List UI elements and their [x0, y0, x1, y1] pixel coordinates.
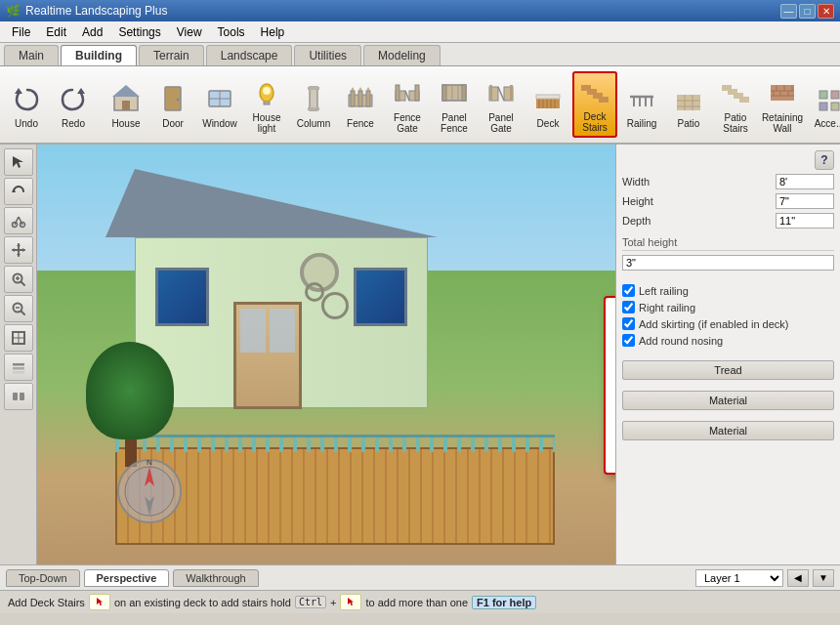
status-text-1: Add Deck Stairs	[8, 597, 85, 608]
svg-marker-82	[17, 243, 21, 246]
depth-input[interactable]	[776, 213, 834, 229]
patio-icon	[671, 81, 706, 116]
svg-rect-96	[13, 363, 24, 366]
settings-tool[interactable]	[4, 383, 33, 410]
pan-tool[interactable]	[4, 236, 33, 264]
menu-view[interactable]: View	[169, 23, 210, 41]
svg-rect-64	[771, 85, 794, 101]
door-pane-left	[240, 309, 266, 353]
viewport[interactable]: N Deck Stairs Add stairs to an existing …	[37, 145, 615, 564]
fence-button[interactable]: Fence	[338, 71, 383, 138]
view-tab-walkthrough[interactable]: Walkthrough	[173, 569, 258, 587]
menu-edit[interactable]: Edit	[38, 23, 74, 41]
window-button[interactable]: Window	[197, 71, 242, 138]
tab-modeling[interactable]: Modeling	[363, 45, 441, 65]
total-height-input[interactable]	[622, 255, 834, 271]
layer-tool[interactable]	[4, 354, 33, 381]
tab-building[interactable]: Building	[61, 45, 137, 65]
house-light-button[interactable]: House light	[244, 71, 289, 138]
deck-icon	[530, 81, 566, 116]
scene-container: N	[37, 145, 615, 564]
right-railing-checkbox[interactable]	[622, 301, 635, 313]
svg-marker-1	[77, 88, 85, 94]
help-button[interactable]: ?	[815, 150, 834, 170]
tab-terrain[interactable]: Terrain	[139, 45, 204, 65]
skirting-checkbox[interactable]	[622, 317, 635, 330]
window-right	[354, 268, 407, 326]
material-button-2[interactable]: Material	[622, 421, 834, 440]
maximize-button[interactable]: □	[799, 4, 816, 19]
menu-settings[interactable]: Settings	[110, 23, 168, 41]
undo-button[interactable]: Undo	[4, 71, 49, 138]
svg-rect-76	[831, 103, 839, 110]
zoom-tool[interactable]	[4, 266, 33, 293]
left-railing-checkbox[interactable]	[622, 284, 635, 297]
compass-circle[interactable]: N	[115, 457, 184, 525]
frame-tool[interactable]	[4, 324, 33, 352]
view-tab-topdown[interactable]: Top-Down	[6, 569, 80, 587]
height-input[interactable]	[776, 193, 834, 209]
svg-marker-21	[351, 87, 355, 91]
door-button[interactable]: Door	[150, 71, 195, 138]
rotate-tool[interactable]	[4, 178, 33, 205]
minimize-button[interactable]: —	[780, 4, 797, 19]
nav-next-button[interactable]: ▼	[813, 569, 834, 587]
menu-help[interactable]: Help	[253, 23, 293, 41]
width-input[interactable]	[776, 174, 834, 189]
redo-button[interactable]: Redo	[51, 71, 96, 138]
zoom-out-tool[interactable]	[4, 295, 33, 322]
door-main	[233, 302, 302, 409]
column-icon	[296, 81, 331, 116]
material-button-1[interactable]: Material	[622, 391, 834, 410]
window-icon	[202, 81, 237, 116]
column-button[interactable]: Column	[291, 71, 336, 138]
menu-add[interactable]: Add	[74, 23, 110, 41]
svg-rect-16	[308, 107, 319, 110]
patio-button[interactable]: Patio	[666, 71, 711, 138]
panel-fence-button[interactable]: Panel Fence	[432, 71, 477, 138]
height-label: Height	[622, 195, 772, 207]
retaining-wall-button[interactable]: Retaining Wall	[760, 71, 805, 138]
fence-gate-button[interactable]: Fence Gate	[385, 71, 430, 138]
tab-landscape[interactable]: Landscape	[206, 45, 293, 65]
select-tool[interactable]	[4, 148, 33, 176]
svg-rect-15	[308, 87, 319, 90]
view-tab-perspective[interactable]: Perspective	[84, 569, 170, 587]
main-area: N Deck Stairs Add stairs to an existing …	[0, 145, 840, 564]
svg-rect-4	[122, 101, 130, 110]
svg-point-13	[263, 87, 271, 95]
svg-line-91	[21, 312, 24, 315]
door-label: Door	[162, 118, 184, 129]
patio-stairs-button[interactable]: Patio Stairs	[713, 71, 758, 138]
svg-rect-19	[358, 91, 362, 106]
tooltip-popup: Deck Stairs Add stairs to an existing de…	[604, 296, 615, 475]
window-label: Window	[202, 118, 237, 129]
house-light-label: House light	[247, 112, 286, 134]
deck-button[interactable]: Deck	[525, 71, 570, 138]
house-button[interactable]: House	[104, 71, 148, 138]
spacer	[622, 274, 834, 280]
deck-stairs-button[interactable]: Deck Stairs	[572, 71, 617, 138]
accessories-label: Acce...	[815, 118, 840, 129]
panel-gate-button[interactable]: Panel Gate	[479, 71, 524, 138]
tab-main[interactable]: Main	[4, 45, 59, 65]
right-panel: ? Width Height Depth Total height Left r…	[615, 145, 840, 564]
nosing-checkbox[interactable]	[622, 334, 635, 347]
close-button[interactable]: ✕	[818, 4, 834, 19]
column-label: Column	[297, 118, 330, 129]
railing-button[interactable]: Railing	[619, 71, 664, 138]
accessories-button[interactable]: Acce...	[807, 71, 840, 138]
tread-button[interactable]: Tread	[622, 360, 834, 380]
redo-icon	[56, 81, 91, 116]
section-total-height: Total height	[622, 236, 834, 251]
tab-utilities[interactable]: Utilities	[294, 45, 361, 65]
svg-rect-63	[722, 85, 732, 91]
svg-rect-14	[310, 87, 317, 110]
nav-prev-button[interactable]: ◀	[787, 569, 809, 587]
layer-select[interactable]: Layer 1	[695, 569, 783, 587]
menu-tools[interactable]: Tools	[210, 23, 253, 41]
cut-tool[interactable]	[4, 207, 33, 234]
svg-rect-97	[13, 367, 24, 370]
svg-marker-83	[17, 254, 21, 257]
menu-file[interactable]: File	[4, 23, 38, 41]
